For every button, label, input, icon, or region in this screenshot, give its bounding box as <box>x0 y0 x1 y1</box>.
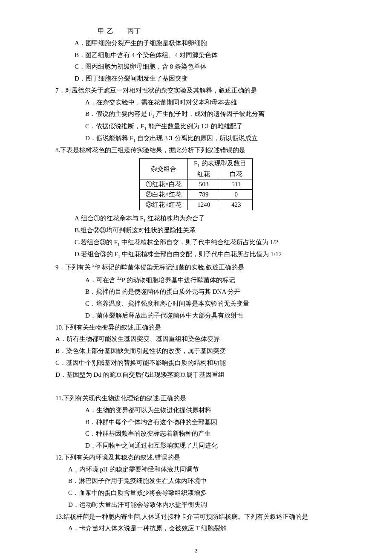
cell-white: 0 <box>220 190 252 200</box>
q10-option-c: C．基因中个别碱基对的替换可能不影响蛋白质的结构和功能 <box>43 357 349 369</box>
cell-red: 1240 <box>187 200 220 210</box>
table-header-row: 杂交组合 F1 的表现型及数目 <box>140 159 252 169</box>
q9-a-post: P 的动物细胞培养基中进行噬菌体的标记 <box>122 277 236 283</box>
q6-option-c: C．图丙细胞为初级卵母细胞，含 8 条染色单体 <box>43 61 349 73</box>
q13-stem: 13.结核杆菌是一种胞内寄生菌,人体通过接种卡介苗可预防结核病。下列有关叙述正确… <box>43 511 349 523</box>
q9-option-c: C．培养温度、搅拌强度和离心时间等是本实验的无关变量 <box>43 298 349 310</box>
th-red: 红花 <box>187 169 220 179</box>
q11-option-d: D．不同物种之间通过相互影响实现了共同进化 <box>43 440 349 452</box>
th-f1-post: 的表现型及数目 <box>200 160 246 167</box>
q9-stem: 9．下列有关 32P 标记的噬菌体侵染无标记细菌的实验,叙述正确的是 <box>43 261 349 274</box>
q12-stem: 12.下列有关内环境及其稳态的叙述,错误的是 <box>43 452 349 464</box>
th-f1: F1 的表现型及数目 <box>187 159 252 169</box>
q10-stem: 10.下列有关生物变异的叙述,正确的是 <box>43 322 349 334</box>
q8-option-b: B.组合②③均可判断这对性状的显隐性关系 <box>43 225 349 237</box>
table-row: ③红花×红花 1240 423 <box>140 200 252 210</box>
q13-option-a: A．卡介苗对人体来说是一种抗原，会被效应 T 细胞裂解 <box>43 523 349 535</box>
q8-c-pre: C.若组合③的 F <box>75 239 118 246</box>
q9-a-pre: A．可在含 <box>85 277 117 283</box>
q6-option-b: B．图乙细胞中含有 4 个染色体组、4 对同源染色体 <box>43 49 349 61</box>
page-number: - 2 - <box>43 535 349 554</box>
blank-line <box>43 381 349 393</box>
q7-d-post: 自交出现 3∶1 分离比的原因，所以假说成立 <box>135 135 257 142</box>
q7-b-post: 产生配子时，成对的遗传因子彼此分离 <box>155 110 265 117</box>
q9-option-d: D．菌体裂解后释放出的子代噬菌体中大部分具有放射性 <box>43 310 349 322</box>
superscript-32: 32 <box>117 275 122 280</box>
document-page: 甲 乙 丙丁 A．图甲细胞分裂产生的子细胞是极体和卵细胞 B．图乙细胞中含有 4… <box>0 0 392 555</box>
table-row: ②白花×红花 789 0 <box>140 190 252 200</box>
th-white: 白花 <box>220 169 252 179</box>
figure-label-row: 甲 乙 丙丁 <box>43 26 349 38</box>
q7-option-a: A．在杂交实验中，需在花蕾期同时对父本和母本去雄 <box>43 97 349 109</box>
q12-option-a: A．内环境 pH 的稳定需要神经和体液共同调节 <box>43 464 349 476</box>
q7-d-pre: D．假说能解释 F <box>85 135 133 142</box>
cell-cross: ②白花×红花 <box>140 190 187 200</box>
cell-red: 789 <box>187 190 220 200</box>
cell-cross: ③红花×红花 <box>140 200 187 210</box>
q8-table: 杂交组合 F1 的表现型及数目 红花 白花 ①红花×白花 503 511 ②白花… <box>139 158 252 210</box>
q7-c-pre: C．依据假说推断，F <box>85 123 144 130</box>
q11-option-a: A．生物的变异都可以为生物进化提供原材料 <box>43 405 349 416</box>
q10-option-d: D．基因型为 Dd 的豌豆自交后代出现矮茎豌豆属于基因重组 <box>43 369 349 381</box>
q7-c-post: 能产生数量比例为 1∶1 的雌雄配子 <box>147 123 243 130</box>
q9-option-b: B．搅拌的目的是使噬菌体的蛋白质外壳与其 DNA 分开 <box>43 286 349 298</box>
q8-a-pre: A.组合①的红花亲本与 F <box>75 215 144 222</box>
q6-option-a: A．图甲细胞分裂产生的子细胞是极体和卵细胞 <box>43 38 349 49</box>
q10-option-b: B．染色体上部分基因缺失而引起性状的改变，属于基因突变 <box>43 345 349 357</box>
q7-b-pre: B．假说的主要内容是 F <box>85 110 152 117</box>
q8-c-post: 中红花植株全部自交，则子代中纯合红花所占比值为 1/2 <box>120 239 278 246</box>
q8-d-pre: D.若组合③的 F <box>75 251 118 257</box>
q7-option-b: B．假说的主要内容是 F1 产生配子时，成对的遗传因子彼此分离 <box>43 108 349 120</box>
q9-stem-post: P 标记的噬菌体侵染无标记细菌的实验,叙述正确的是 <box>97 264 244 271</box>
q11-option-b: B．种群中每个个体均含有这个物种的全部基因 <box>43 416 349 428</box>
table-row: ①红花×白花 503 511 <box>140 179 252 190</box>
q7-stem: 7．对孟德尔关于豌豆一对相对性状的杂交实验及其解释，叙述正确的是 <box>43 85 349 97</box>
q8-option-c: C.若组合③的 F1 中红花植株全部自交，则子代中纯合红花所占比值为 1/2 <box>43 237 349 249</box>
q8-option-a: A.组合①的红花亲本与 F1 红花植株均为杂合子 <box>43 213 349 225</box>
q12-option-c: C．血浆中的蛋白质含量减少将会导致组织液增多 <box>43 487 349 499</box>
cell-white: 423 <box>220 200 252 210</box>
q7-option-c: C．依据假说推断，F1 能产生数量比例为 1∶1 的雌雄配子 <box>43 121 349 133</box>
q6-option-d: D．图丁细胞在分裂间期发生了基因突变 <box>43 73 349 85</box>
cell-white: 511 <box>220 179 252 190</box>
q8-stem: 8.下表是桃树花色的三组遗传实验结果，据此分析下列叙述错误的是 <box>43 145 349 156</box>
q8-option-d: D.若组合③的 F1 中红花植株全部自由交配，则子代中白花所占比值为 1/12 <box>43 249 349 260</box>
q12-option-b: B．淋巴因子作用于免疫细胞发生在人体内环境中 <box>43 475 349 487</box>
q8-d-post: 中红花植株全部自由交配，则子代中白花所占比值为 1/12 <box>120 251 282 257</box>
q12-option-d: D．运动时大量出汗可能会导致体内水盐平衡失调 <box>43 499 349 511</box>
q11-option-c: C．种群基因频率的改变标志着新物种的产生 <box>43 428 349 440</box>
q9-stem-pre: 9．下列有关 <box>55 264 92 271</box>
q7-option-d: D．假说能解释 F1 自交出现 3∶1 分离比的原因，所以假说成立 <box>43 133 349 145</box>
q8-a-post: 红花植株均为杂合子 <box>146 215 205 222</box>
q10-option-a: A．所有生物都可能发生基因突变、基因重组和染色体变异 <box>43 333 349 345</box>
q11-stem: 11.下列有关现代生物进化理论的叙述,正确的是 <box>43 393 349 405</box>
th-cross: 杂交组合 <box>140 159 187 179</box>
cell-red: 503 <box>187 179 220 190</box>
q9-option-a: A．可在含 32P 的动物细胞培养基中进行噬菌体的标记 <box>43 274 349 286</box>
superscript-32: 32 <box>92 263 97 268</box>
cell-cross: ①红花×白花 <box>140 179 187 190</box>
